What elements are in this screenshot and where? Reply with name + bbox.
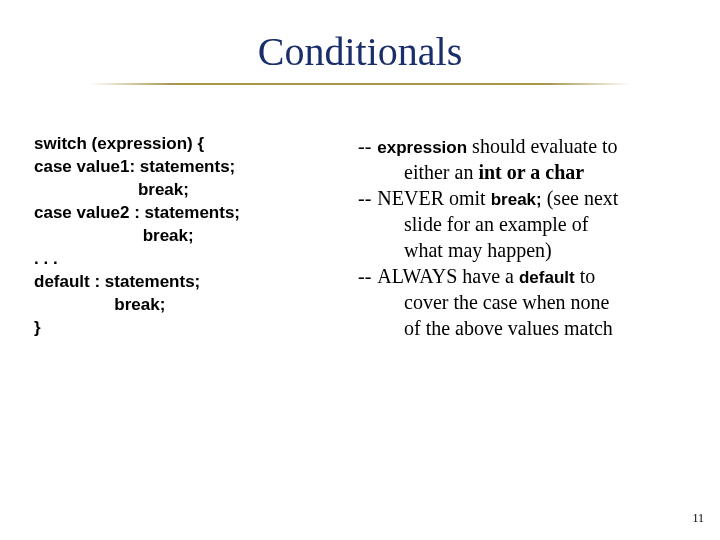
text-frag: ALWAYS have a [377,265,519,287]
note-line: -- NEVER omit break; (see next [358,185,686,211]
note-text: NEVER omit break; (see next [377,185,686,211]
note-line: -- expression should evaluate to [358,133,686,159]
note-cont: what may happen) [358,237,686,263]
bullet-dash: -- [358,185,377,211]
code-line: } [34,318,41,337]
text-frag: (see next [542,187,619,209]
note-line: -- ALWAYS have a default to [358,263,686,289]
note-text: expression should evaluate to [377,133,686,159]
text-bold: int or a char [478,161,584,183]
note-text: ALWAYS have a default to [377,263,686,289]
text-frag: should evaluate to [467,135,618,157]
code-keyword: break; [491,190,542,209]
note-cont: either an int or a char [358,159,686,185]
code-line: . . . [34,249,58,268]
code-line: break; [34,226,194,245]
text-frag: NEVER omit [377,187,490,209]
bullet-dash: -- [358,263,377,289]
code-line: break; [34,295,165,314]
text-frag: to [575,265,596,287]
bullet-dash: -- [358,133,377,159]
slide-body: switch (expression) { case value1: state… [0,85,720,341]
code-block: switch (expression) { case value1: state… [34,133,334,341]
slide: Conditionals switch (expression) { case … [0,0,720,540]
note-cont: cover the case when none [358,289,686,315]
note-cont: of the above values match [358,315,686,341]
slide-title: Conditionals [0,0,720,83]
code-line: break; [34,180,189,199]
code-line: switch (expression) { [34,134,204,153]
notes-block: -- expression should evaluate to either … [358,133,686,341]
code-line: case value2 : statements; [34,203,240,222]
code-keyword: expression [377,138,467,157]
note-cont: slide for an example of [358,211,686,237]
text-frag: either an [404,161,478,183]
code-keyword: default [519,268,575,287]
page-number: 11 [692,511,704,526]
code-line: default : statements; [34,272,200,291]
code-line: case value1: statements; [34,157,235,176]
